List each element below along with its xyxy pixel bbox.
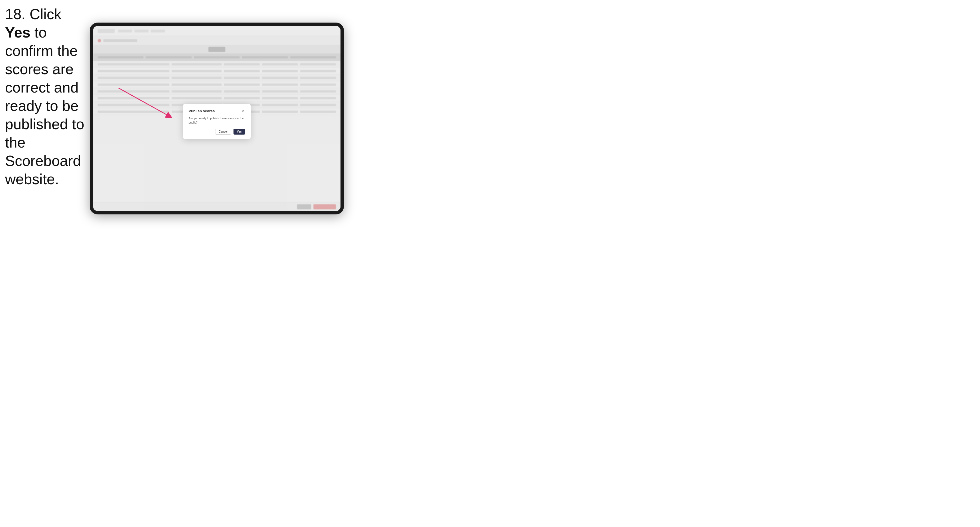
instruction-text: 18. Click Yes to confirm the scores are … <box>5 5 87 189</box>
modal-overlay: Publish scores × Are you ready to publis… <box>93 26 340 211</box>
tablet-screen: Publish scores × Are you ready to publis… <box>93 26 340 211</box>
cancel-button[interactable]: Cancel <box>215 129 231 135</box>
publish-scores-dialog: Publish scores × Are you ready to publis… <box>183 104 251 139</box>
instruction-step: 18. Click Yes to confirm the scores are … <box>5 6 84 187</box>
dialog-actions: Cancel Yes <box>189 129 245 135</box>
dialog-title-row: Publish scores × <box>189 109 245 113</box>
tablet-frame: Publish scores × Are you ready to publis… <box>90 22 344 214</box>
dialog-body-text: Are you ready to publish these scores to… <box>189 116 245 125</box>
dialog-close-button[interactable]: × <box>240 109 245 113</box>
yes-button[interactable]: Yes <box>234 129 245 135</box>
dialog-title: Publish scores <box>189 109 215 113</box>
